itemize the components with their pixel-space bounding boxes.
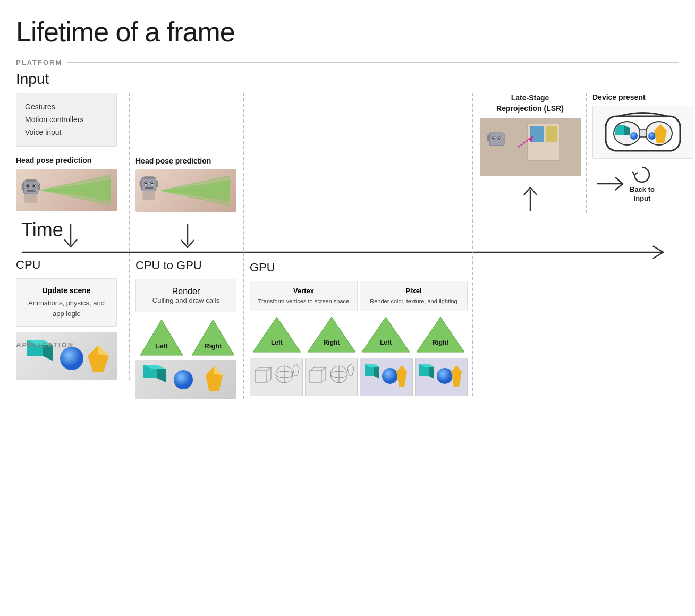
svg-rect-31 bbox=[142, 191, 155, 200]
svg-point-93 bbox=[493, 138, 494, 139]
svg-point-45 bbox=[174, 370, 193, 389]
arrow-up-container bbox=[478, 182, 582, 213]
cpu-3d-objects bbox=[16, 332, 117, 380]
col-cpu: Gestures Motion controllers Voice input … bbox=[16, 93, 130, 380]
headset-svg bbox=[598, 108, 688, 156]
update-scene-title: Update scene bbox=[24, 286, 109, 295]
input-item-2: Motion controllers bbox=[25, 114, 108, 126]
svg-point-84 bbox=[437, 368, 453, 384]
svg-rect-56 bbox=[255, 371, 267, 382]
input-item-1: Gestures bbox=[25, 101, 108, 114]
main-title: Lifetime of a frame bbox=[16, 16, 679, 48]
svg-point-26 bbox=[145, 182, 147, 184]
svg-point-4 bbox=[27, 185, 29, 187]
svg-point-94 bbox=[498, 138, 499, 139]
svg-rect-23 bbox=[143, 176, 154, 179]
vertex-wireframe-2 bbox=[307, 360, 355, 395]
platform-label: PLATFORM bbox=[16, 58, 679, 66]
cpu-label: CPU bbox=[16, 258, 125, 272]
device-image bbox=[592, 106, 693, 159]
input-item-3: Voice input bbox=[25, 126, 108, 139]
head-pose-img-2 bbox=[135, 169, 236, 212]
spacer-gpu bbox=[250, 93, 468, 261]
application-label-row: APPLICATION bbox=[16, 341, 679, 353]
back-to-input-label: Back toInput bbox=[630, 185, 655, 203]
cpu-gpu-triangles: Left Right bbox=[135, 318, 239, 360]
right-arrow-svg bbox=[592, 173, 630, 194]
svg-rect-66 bbox=[310, 371, 321, 382]
lsr-scene-svg bbox=[480, 118, 581, 176]
svg-line-60 bbox=[255, 367, 259, 371]
page: Lifetime of a frame PLATFORM Input Gestu… bbox=[0, 0, 695, 273]
cpu-gpu-3d-objects bbox=[135, 360, 236, 399]
gpu-cards: Vertex Transform vertices to screen spac… bbox=[250, 281, 468, 311]
svg-point-108 bbox=[648, 132, 656, 140]
cpu-gpu-objects bbox=[135, 360, 236, 399]
gpu-previews bbox=[250, 358, 468, 396]
back-to-input-group: Back toInput bbox=[630, 164, 655, 203]
svg-marker-47 bbox=[214, 366, 223, 375]
cpu-to-gpu-label: CPU to GPU bbox=[135, 259, 239, 272]
svg-line-70 bbox=[310, 367, 314, 371]
pixel-title: Pixel bbox=[363, 287, 464, 295]
update-scene-card: Update scene Animations, physics, and ap… bbox=[16, 278, 117, 327]
down-arrow-svg-2 bbox=[177, 223, 198, 252]
svg-marker-80 bbox=[396, 365, 407, 387]
svg-line-67 bbox=[321, 367, 326, 371]
cpu-objects-preview bbox=[16, 332, 117, 380]
update-scene-desc: Animations, physics, and app logic bbox=[24, 298, 109, 319]
svg-rect-88 bbox=[530, 126, 544, 142]
cpu-gpu-tri-left: Left bbox=[135, 318, 188, 360]
vertex-left-preview bbox=[250, 358, 303, 396]
green-beams-2 bbox=[161, 176, 230, 206]
lsr-label: Late-StageReprojection (LSR) bbox=[478, 93, 582, 114]
svg-rect-95 bbox=[487, 135, 490, 141]
svg-rect-102 bbox=[639, 130, 647, 137]
svg-marker-75 bbox=[348, 364, 354, 375]
col-cpu-to-gpu: Head pose prediction bbox=[130, 93, 244, 399]
vertex-right-preview bbox=[305, 358, 358, 396]
up-arrow-svg bbox=[520, 183, 541, 212]
svg-rect-9 bbox=[24, 194, 37, 203]
spacer-1 bbox=[135, 93, 239, 157]
svg-line-57 bbox=[267, 367, 271, 371]
pixel-desc: Render color, texture, and lighting bbox=[363, 297, 464, 305]
col-device: Device present bbox=[587, 93, 693, 203]
vertex-title: Vertex bbox=[253, 287, 354, 295]
pixel-colored-1 bbox=[362, 360, 410, 395]
svg-line-68 bbox=[321, 379, 326, 382]
input-section-label: Input bbox=[16, 71, 679, 88]
svg-rect-1 bbox=[26, 179, 36, 183]
device-present-label: Device present bbox=[592, 93, 688, 101]
gpu-label: GPU bbox=[250, 261, 468, 275]
svg-marker-85 bbox=[451, 365, 462, 387]
svg-rect-8 bbox=[38, 184, 40, 191]
svg-point-106 bbox=[630, 132, 638, 140]
vertex-desc: Transform vertices to screen space bbox=[253, 297, 354, 305]
svg-rect-6 bbox=[27, 190, 35, 192]
svg-point-5 bbox=[33, 185, 36, 187]
svg-point-27 bbox=[151, 182, 154, 184]
render-card: Render Culling and draw calls bbox=[135, 279, 236, 312]
svg-rect-29 bbox=[140, 181, 142, 187]
cpu-gpu-tri-right: Right bbox=[188, 318, 240, 360]
circular-arrow-svg bbox=[631, 164, 652, 185]
arrow-down-1 bbox=[16, 221, 125, 253]
render-desc: Culling and draw calls bbox=[143, 296, 228, 304]
lsr-image bbox=[480, 118, 581, 176]
svg-rect-7 bbox=[22, 184, 24, 191]
svg-point-79 bbox=[382, 368, 398, 384]
input-box: Gestures Motion controllers Voice input bbox=[16, 93, 117, 147]
head-pose-label-1: Head pose prediction bbox=[16, 156, 125, 165]
svg-line-58 bbox=[267, 379, 271, 382]
pixel-colored-2 bbox=[417, 360, 465, 395]
svg-rect-30 bbox=[156, 181, 158, 187]
main-grid: Gestures Motion controllers Voice input … bbox=[16, 93, 679, 399]
head-pose-img-1 bbox=[16, 169, 117, 211]
back-to-input-area: Back toInput bbox=[592, 164, 688, 203]
head-pose-label-2: Head pose prediction bbox=[135, 157, 239, 165]
svg-rect-90 bbox=[489, 133, 504, 146]
render-title: Render bbox=[143, 287, 228, 296]
robot-head-svg-2 bbox=[137, 173, 163, 202]
application-label: APPLICATION bbox=[16, 341, 679, 349]
